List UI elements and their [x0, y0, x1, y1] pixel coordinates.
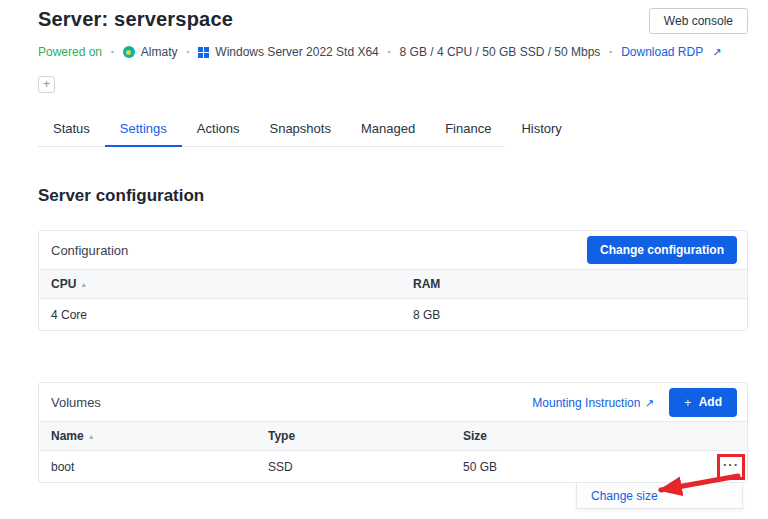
volume-row-boot: boot SSD 50 GB ··· — [39, 451, 747, 484]
configuration-row: 4 Core 8 GB — [39, 299, 747, 332]
add-tag-button[interactable]: + — [38, 76, 55, 93]
external-link-icon: ↗ — [712, 46, 721, 59]
location-item: Almaty — [123, 45, 178, 59]
server-status-bar: Powered on • Almaty • Windows Server 202… — [38, 45, 721, 59]
volume-row-menu-dropdown: Change size — [576, 482, 743, 509]
dot-separator: • — [609, 46, 612, 58]
sort-asc-icon: ▲ — [88, 433, 95, 440]
sort-asc-icon: ▲ — [80, 281, 87, 288]
tab-managed[interactable]: Managed — [346, 112, 430, 146]
server-specs: 8 GB / 4 CPU / 50 GB SSD / 50 Mbps — [400, 45, 601, 59]
dot-separator: • — [388, 46, 391, 58]
tab-finance[interactable]: Finance — [430, 112, 506, 146]
download-rdp-link[interactable]: Download RDP — [621, 45, 703, 59]
cpu-value: 4 Core — [39, 299, 401, 332]
change-configuration-button[interactable]: Change configuration — [587, 236, 737, 264]
location-flag-icon — [123, 46, 135, 58]
configuration-table: CPU▲ RAM 4 Core 8 GB — [39, 269, 747, 332]
external-link-icon: ↗ — [645, 397, 654, 409]
dot-separator: • — [187, 46, 190, 58]
page-header: Server: serverspace Web console — [38, 8, 748, 34]
column-header-ram[interactable]: RAM — [401, 270, 747, 299]
add-volume-label: Add — [699, 395, 722, 409]
windows-logo-icon — [198, 47, 209, 58]
column-header-cpu[interactable]: CPU▲ — [39, 270, 401, 299]
os-item: Windows Server 2022 Std X64 — [198, 45, 378, 59]
column-header-size[interactable]: Size — [451, 422, 747, 451]
tab-status[interactable]: Status — [38, 112, 105, 146]
column-header-name[interactable]: Name▲ — [39, 422, 256, 451]
tab-snapshots[interactable]: Snapshots — [254, 112, 345, 146]
server-tabs: Status Settings Actions Snapshots Manage… — [38, 112, 505, 147]
configuration-card: Configuration Change configuration CPU▲ … — [38, 230, 748, 331]
volumes-actions: Mounting Instruction ↗ + Add — [532, 388, 737, 417]
change-size-menu-item[interactable]: Change size — [591, 489, 658, 503]
page-title: Server: serverspace — [38, 8, 233, 31]
configuration-card-header: Configuration Change configuration — [39, 231, 747, 269]
volume-size: 50 GB — [463, 460, 497, 474]
ellipsis-menu-icon[interactable]: ··· — [723, 460, 739, 470]
plus-icon: + — [684, 395, 692, 410]
volumes-card-header: Volumes Mounting Instruction ↗ + Add — [39, 383, 747, 421]
power-status: Powered on — [38, 45, 102, 59]
web-console-button[interactable]: Web console — [649, 8, 748, 34]
row-menu-highlight-box: ··· — [717, 454, 745, 480]
configuration-table-header-row: CPU▲ RAM — [39, 270, 747, 299]
volumes-card-title: Volumes — [51, 395, 101, 410]
tab-history[interactable]: History — [506, 112, 576, 146]
volumes-table-header-row: Name▲ Type Size — [39, 422, 747, 451]
tab-actions[interactable]: Actions — [182, 112, 255, 146]
volumes-table: Name▲ Type Size boot SSD 50 GB ··· — [39, 421, 747, 484]
configuration-card-title: Configuration — [51, 243, 128, 258]
volumes-card: Volumes Mounting Instruction ↗ + Add Nam… — [38, 382, 748, 483]
ram-value: 8 GB — [401, 299, 747, 332]
section-title: Server configuration — [38, 186, 204, 206]
tab-settings[interactable]: Settings — [105, 112, 182, 146]
server-detail-page: Server: serverspace Web console Powered … — [0, 0, 768, 519]
mounting-instruction-link[interactable]: Mounting Instruction — [532, 396, 640, 410]
volume-type: SSD — [256, 451, 451, 484]
volume-size-cell: 50 GB ··· — [451, 451, 747, 484]
column-header-type[interactable]: Type — [256, 422, 451, 451]
dot-separator: • — [111, 46, 114, 58]
add-volume-button[interactable]: + Add — [669, 388, 737, 417]
location-label: Almaty — [141, 45, 178, 59]
volume-name: boot — [39, 451, 256, 484]
os-label: Windows Server 2022 Std X64 — [215, 45, 378, 59]
